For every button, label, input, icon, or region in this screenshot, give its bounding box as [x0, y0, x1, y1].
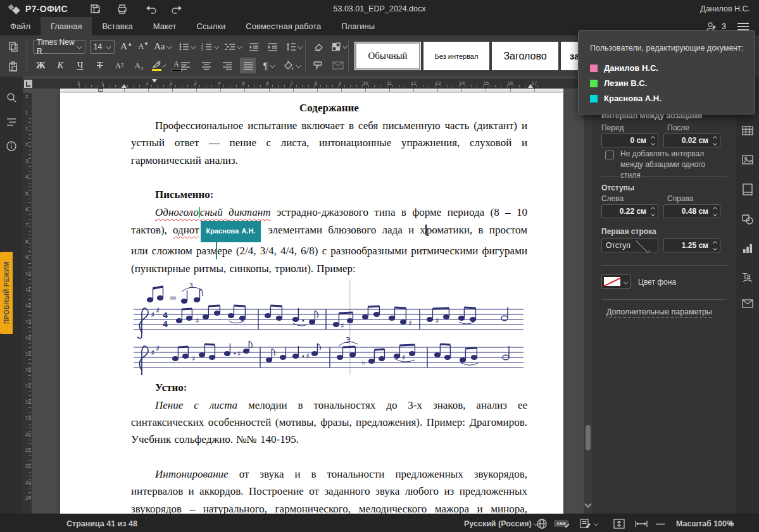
first-line-select[interactable]: Отступ	[601, 238, 658, 252]
left-margin-marker[interactable]	[98, 89, 103, 92]
increase-font-icon[interactable]: А▲	[118, 39, 134, 54]
vertical-ruler[interactable]: 2112345678910111213141516171819202122232…	[23, 93, 32, 514]
align-justify-icon[interactable]	[240, 58, 256, 73]
paragraph-settings-panel: Интервал между абзацами Перед После 0 см…	[593, 77, 736, 514]
left-indent-marker[interactable]	[122, 84, 127, 88]
align-right-icon[interactable]	[219, 58, 235, 73]
superscript-button[interactable]: А²	[111, 58, 127, 73]
hamburger-menu-icon[interactable]	[737, 23, 749, 30]
indent-right-spinner[interactable]: 0.48 см	[663, 204, 720, 218]
tab-plugins[interactable]: Плагины	[331, 17, 385, 35]
increase-indent-icon[interactable]	[265, 39, 281, 54]
page-indicator[interactable]: Страница 41 из 48	[66, 514, 137, 532]
spacing-before-spinner[interactable]: 0 см	[601, 133, 658, 147]
print-icon[interactable]	[116, 3, 129, 15]
paragraph: Одноголосный диктант эстрадно-джазового …	[131, 204, 527, 278]
redo-icon[interactable]	[170, 4, 184, 14]
tab-collaboration[interactable]: Совместная работа	[235, 17, 331, 35]
undo-icon[interactable]	[144, 4, 158, 14]
first-line-spinner[interactable]: 1.25 см	[663, 238, 720, 252]
svg-text:♭: ♭	[361, 358, 365, 367]
navigation-icon[interactable]	[5, 117, 18, 127]
document-page[interactable]: Содержание Профессиональное испытание вк…	[60, 93, 563, 514]
ruler-number: 5	[25, 190, 28, 196]
chart-settings-icon[interactable]	[741, 243, 754, 254]
clear-style-icon[interactable]	[310, 39, 326, 54]
first-line-indent-marker[interactable]	[152, 79, 157, 83]
font-size-select[interactable]: 14	[90, 40, 115, 54]
svg-text:♯: ♯	[156, 306, 160, 315]
style-heading1[interactable]: Заголово	[492, 42, 558, 70]
mail-merge-settings-icon[interactable]	[741, 299, 754, 308]
scrollbar-thumb[interactable]	[586, 425, 591, 450]
user-color-swatch	[590, 95, 598, 102]
align-center-icon[interactable]	[198, 58, 214, 73]
copy-icon[interactable]	[5, 38, 21, 54]
background-color-picker[interactable]	[601, 274, 630, 289]
highlight-color-button[interactable]	[151, 58, 166, 73]
paragraph-marks-icon[interactable]: ¶	[261, 58, 277, 73]
zoom-out-button[interactable]: —	[656, 514, 665, 532]
style-normal[interactable]: Обычный	[354, 42, 421, 70]
bold-button[interactable]: Ж	[33, 58, 49, 73]
ruler-number: 21	[25, 447, 31, 453]
tab-file[interactable]: Файл	[0, 17, 41, 35]
borders-icon[interactable]	[330, 39, 348, 54]
decrease-indent-icon[interactable]	[246, 39, 262, 54]
style-no-spacing[interactable]: Без интервал	[423, 42, 489, 70]
align-left-icon[interactable]	[177, 58, 193, 73]
table-settings-icon[interactable]	[741, 125, 754, 136]
strikethrough-button[interactable]: Т	[92, 58, 108, 73]
zoom-in-button[interactable]: +	[728, 514, 734, 532]
tab-home[interactable]: Главная	[41, 17, 92, 35]
multilevel-list-icon[interactable]	[223, 39, 243, 54]
shape-settings-icon[interactable]	[741, 213, 754, 225]
fit-page-icon[interactable]	[613, 514, 625, 532]
set-language-globe-icon[interactable]	[536, 514, 548, 532]
svg-text:♯: ♯	[436, 316, 439, 325]
font-name-select[interactable]: Times New R	[33, 40, 85, 54]
ruler-number: 7	[25, 222, 28, 228]
decrease-font-icon[interactable]: А▼	[135, 39, 151, 54]
copy-style-icon[interactable]	[310, 58, 326, 73]
tab-layout[interactable]: Макет	[143, 17, 187, 35]
tab-references[interactable]: Ссылки	[187, 17, 236, 35]
svg-text:♯: ♯	[196, 316, 199, 325]
save-icon[interactable]	[89, 3, 102, 15]
svg-text:♯: ♯	[408, 319, 412, 328]
language-selector[interactable]: Русский (Россия)	[464, 514, 538, 532]
ruler-number: 1	[25, 126, 28, 132]
info-icon[interactable]	[5, 140, 18, 152]
numbered-list-icon[interactable]: 123	[200, 39, 220, 54]
track-changes-icon[interactable]	[579, 514, 598, 532]
line-spacing-icon[interactable]	[284, 39, 304, 54]
bullet-list-icon[interactable]	[177, 39, 197, 54]
horizontal-ruler[interactable]: 211234567891011121314151617	[23, 78, 584, 89]
change-case-icon[interactable]: Аа	[153, 39, 172, 54]
subscript-button[interactable]: А₂	[131, 58, 147, 73]
user-name: Лезин В.С.	[604, 78, 647, 88]
no-interval-checkbox[interactable]	[605, 151, 614, 159]
ruler-number: 12	[411, 80, 417, 86]
mail-merge-icon[interactable]	[330, 58, 346, 73]
paste-icon[interactable]	[5, 58, 21, 74]
text-art-settings-icon[interactable]: Ta	[741, 271, 754, 283]
advanced-settings-link[interactable]: Дополнительные параметры	[606, 307, 712, 318]
underline-button[interactable]: Ч	[72, 58, 88, 73]
scroll-down-icon[interactable]	[584, 500, 591, 507]
vertical-scrollbar[interactable]	[584, 77, 593, 514]
indent-left-spinner[interactable]: 0.22 см	[601, 204, 658, 218]
italic-button[interactable]: К	[53, 58, 68, 73]
ruler-number: 10	[25, 271, 31, 276]
right-label: Справа	[667, 194, 693, 203]
spacing-after-spinner[interactable]: 0.02 см	[663, 133, 720, 147]
ruler-number: 16	[25, 367, 31, 373]
spellcheck-toggle[interactable]: АБВ	[554, 514, 568, 532]
tab-selector-box[interactable]	[24, 80, 32, 88]
headers-footers-settings-icon[interactable]	[741, 183, 754, 195]
fit-width-icon[interactable]	[634, 514, 648, 532]
search-icon[interactable]	[5, 92, 18, 104]
shading-icon[interactable]	[282, 58, 302, 73]
tab-insert[interactable]: Вставка	[92, 17, 142, 35]
image-settings-icon[interactable]	[741, 154, 754, 165]
